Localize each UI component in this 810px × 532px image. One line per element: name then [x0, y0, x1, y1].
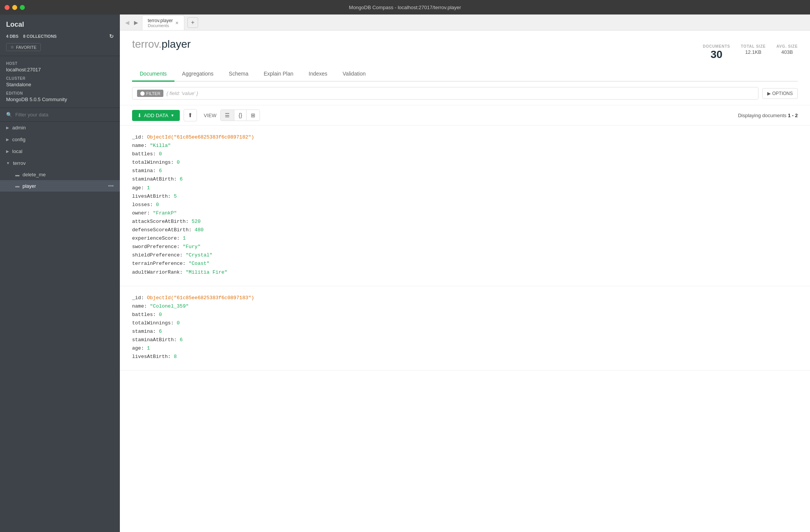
chevron-right-icon: ▶ — [6, 126, 9, 130]
more-options-icon[interactable]: ••• — [108, 183, 114, 189]
total-size-label: TOTAL SIZE — [741, 44, 766, 48]
database-list: ▶ admin ▶ config ▶ local ▼ terrov ▬ dele… — [0, 122, 120, 192]
doc2-field-name: name: "Colonel_359" — [132, 302, 798, 311]
nav-tabs: Documents Aggregations Schema Explain Pl… — [132, 67, 798, 82]
doc-field-shieldpreference: shieldPreference: "Crystal" — [132, 251, 798, 260]
minimize-button[interactable] — [12, 5, 17, 10]
doc2-field-age: age: 1 — [132, 344, 798, 353]
cluster-value: Standalone — [6, 82, 114, 87]
tab-documents[interactable]: Documents — [132, 67, 174, 82]
edition-value: MongoDB 5.0.5 Community — [6, 97, 114, 102]
back-button[interactable]: ◀ — [123, 18, 132, 27]
host-value: localhost:27017 — [6, 67, 114, 73]
tab-schema[interactable]: Schema — [221, 67, 256, 82]
chevron-right-icon: ▶ — [6, 149, 9, 153]
doc-field-totalwinnings: totalWinnings: 0 — [132, 158, 798, 167]
tab-indexes[interactable]: Indexes — [301, 67, 335, 82]
display-info: Displaying documents 1 - 2 — [738, 113, 798, 118]
view-buttons: ☰ {} ⊞ — [220, 110, 260, 121]
sidebar-item-terrov[interactable]: ▼ terrov — [0, 157, 120, 169]
doc-field-id: _id: ObjectId("61c85ee6825383f6c0897182"… — [132, 133, 798, 142]
add-data-button[interactable]: ⬇ ADD DATA ▼ — [132, 110, 180, 121]
host-label: HOST — [6, 61, 114, 66]
close-button[interactable] — [5, 5, 10, 10]
db-name-admin: admin — [12, 125, 26, 131]
tab-subtitle: Documents — [148, 23, 173, 28]
sidebar-item-delete-me[interactable]: ▬ delete_me — [0, 169, 120, 180]
doc-field-defensescoreatbirth: defenseScoreAtBirth: 480 — [132, 226, 798, 234]
db-name-config: config — [12, 137, 26, 142]
namespace-collection: player — [161, 38, 190, 50]
doc-field-name: name: "Killa" — [132, 142, 798, 150]
doc2-field-id: _id: ObjectId("61c85ee6825383f6c0897183"… — [132, 294, 798, 302]
sidebar-stats: 4 DBS 8 COLLECTIONS ↻ — [6, 33, 114, 39]
json-view-button[interactable]: {} — [234, 110, 247, 121]
chevron-down-icon: ▼ — [171, 113, 174, 118]
sidebar-search-bar[interactable]: 🔍 — [0, 108, 120, 122]
collection-icon: ▬ — [15, 184, 19, 188]
tab-bar: ◀ ▶ terrov.player Documents ✕ + — [120, 15, 810, 31]
doc2-field-livesatbirth: livesAtBirth: 8 — [132, 353, 798, 361]
favorite-button[interactable]: ☆ FAVORITE — [6, 43, 41, 51]
list-view-button[interactable]: ☰ — [221, 110, 234, 121]
collection-name-delete-me: delete_me — [23, 172, 46, 177]
doc-field-attackscoreatbirth: attackScoreAtBirth: 520 — [132, 218, 798, 226]
add-tab-button[interactable]: + — [187, 17, 198, 28]
avg-size-value: 403B — [781, 49, 793, 55]
tab-validation[interactable]: Validation — [335, 67, 373, 82]
db-name-terrov: terrov — [13, 160, 26, 166]
stat-documents: DOCUMENTS 30 — [703, 44, 730, 61]
filter-placeholder: { field: 'value' } — [166, 90, 198, 96]
docs-count: 30 — [710, 48, 722, 60]
doc-field-adultwarriorrank: adultWarriorRank: "Militia Fire" — [132, 268, 798, 277]
stat-total-size: TOTAL SIZE 12.1KB — [741, 44, 766, 55]
traffic-lights — [5, 5, 25, 10]
import-button[interactable]: ⬆ — [184, 109, 197, 121]
sidebar-item-local[interactable]: ▶ local — [0, 145, 120, 157]
sidebar-item-admin[interactable]: ▶ admin — [0, 122, 120, 134]
doc2-field-totalwinnings: totalWinnings: 0 — [132, 319, 798, 327]
options-triangle-icon: ▶ — [767, 91, 771, 96]
doc-field-terrainpreference: terrainPreference: "Coast" — [132, 260, 798, 268]
document-card: _id: ObjectId("61c85ee6825383f6c0897182"… — [120, 126, 810, 286]
doc-field-experiencescore: experienceScore: 1 — [132, 234, 798, 243]
db-name-local: local — [12, 148, 23, 154]
sidebar-item-player[interactable]: ▬ player ••• — [0, 180, 120, 192]
options-button[interactable]: ▶ OPTIONS — [762, 88, 798, 99]
doc-field-losses: losses: 0 — [132, 201, 798, 209]
table-view-button[interactable]: ⊞ — [247, 110, 260, 121]
star-icon: ☆ — [10, 45, 14, 50]
doc-field-battles: battles: 0 — [132, 150, 798, 158]
doc-field-swordpreference: swordPreference: "Fury" — [132, 243, 798, 251]
maximize-button[interactable] — [20, 5, 25, 10]
tab-terrov-player[interactable]: terrov.player Documents ✕ — [142, 15, 184, 30]
app-layout: Local 4 DBS 8 COLLECTIONS ↻ ☆ FAVORITE H… — [0, 15, 810, 532]
chevron-down-icon: ▼ — [6, 161, 10, 165]
collection-header: terrov.player DOCUMENTS 30 TOTAL SIZE 12… — [120, 31, 810, 82]
tab-explain-plan[interactable]: Explain Plan — [256, 67, 301, 82]
edition-label: EDITION — [6, 91, 114, 95]
display-range: 1 - 2 — [788, 113, 798, 118]
doc-field-stamina: stamina: 6 — [132, 167, 798, 175]
filter-circle-icon: ⬤ — [140, 91, 145, 96]
window-title: MongoDB Compass - localhost:27017/terrov… — [349, 5, 461, 10]
sidebar-item-config[interactable]: ▶ config — [0, 134, 120, 145]
avg-size-label: AVG. SIZE — [776, 44, 798, 48]
doc2-field-stamina: stamina: 6 — [132, 327, 798, 336]
collection-actions: ••• — [108, 183, 114, 189]
chevron-right-icon: ▶ — [6, 137, 9, 142]
sidebar-search-input[interactable] — [15, 112, 114, 118]
tab-aggregations[interactable]: Aggregations — [174, 67, 221, 82]
collection-title-row: terrov.player DOCUMENTS 30 TOTAL SIZE 12… — [132, 38, 798, 61]
main-content: ◀ ▶ terrov.player Documents ✕ + terrov.p… — [120, 15, 810, 532]
search-icon: 🔍 — [6, 112, 12, 118]
filter-bar[interactable]: ⬤ FILTER { field: 'value' } — [132, 87, 758, 100]
close-tab-icon[interactable]: ✕ — [175, 21, 179, 26]
forward-button[interactable]: ▶ — [132, 18, 140, 27]
filter-button[interactable]: ⬤ FILTER — [137, 90, 163, 97]
titlebar: MongoDB Compass - localhost:27017/terrov… — [0, 0, 810, 15]
doc-field-staminaatbirth: staminaAtBirth: 6 — [132, 175, 798, 184]
stat-avg-size: AVG. SIZE 403B — [776, 44, 798, 55]
total-size-value: 12.1KB — [745, 49, 762, 55]
refresh-icon[interactable]: ↻ — [109, 33, 114, 39]
